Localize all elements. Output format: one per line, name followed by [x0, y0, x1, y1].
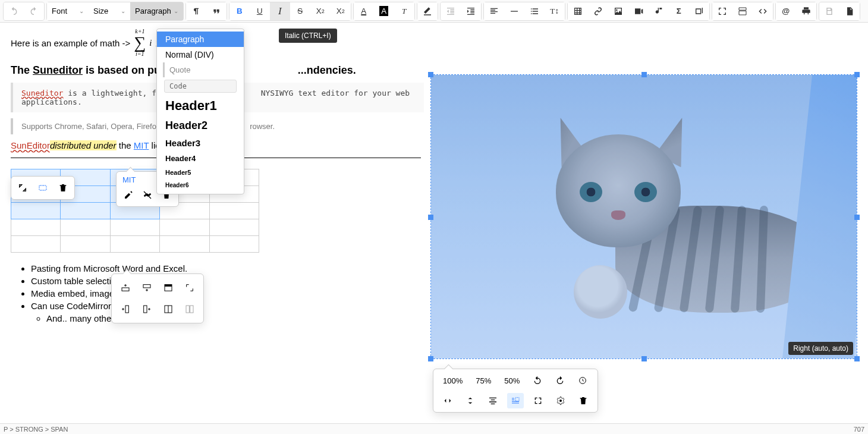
- image-edit-button[interactable]: [552, 393, 569, 408]
- code-view-button[interactable]: [753, 2, 773, 20]
- table-insert-col-left-button[interactable]: [117, 300, 134, 318]
- math-button[interactable]: Σ: [669, 2, 689, 20]
- suneditor-link[interactable]: SunEditor: [11, 140, 50, 150]
- align-right-button[interactable]: [507, 393, 524, 408]
- align-button[interactable]: [484, 2, 504, 20]
- table-insert-row-above-button[interactable]: [117, 279, 134, 297]
- status-bar: P > STRONG > SPAN 707: [0, 423, 868, 434]
- underline-button[interactable]: U: [250, 2, 270, 20]
- rotate-right-button[interactable]: [552, 373, 568, 388]
- video-button[interactable]: [628, 2, 649, 20]
- svg-rect-5: [125, 306, 128, 313]
- svg-rect-1: [122, 288, 129, 291]
- dropdown-item-quote[interactable]: Quote: [163, 62, 244, 77]
- resize-50-button[interactable]: 50%: [501, 373, 523, 388]
- dropdown-item-h3[interactable]: Header3: [157, 135, 244, 151]
- show-blocks-button[interactable]: [732, 2, 753, 20]
- dropdown-item-h5[interactable]: Header5: [157, 166, 244, 179]
- table-header-button[interactable]: [159, 279, 177, 297]
- dropdown-item-h4[interactable]: Header4: [157, 151, 244, 166]
- format-dropdown: Paragraph Normal (DIV) Quote Code Header…: [156, 29, 244, 194]
- svg-rect-6: [144, 306, 147, 313]
- remove-format-button[interactable]: [417, 2, 438, 20]
- format-select[interactable]: Paragraph⌄: [130, 2, 183, 20]
- dropdown-item-normal[interactable]: Normal (DIV): [157, 47, 244, 62]
- preview-button[interactable]: @: [776, 2, 796, 20]
- rotate-left-button[interactable]: [529, 373, 546, 388]
- link-button[interactable]: [588, 2, 608, 20]
- mirror-horizontal-button[interactable]: [439, 393, 456, 408]
- table-resize-button[interactable]: [181, 279, 199, 297]
- element-path: P > STRONG > SPAN: [4, 426, 68, 433]
- dropdown-item-code[interactable]: Code: [164, 80, 237, 93]
- table-insert-row-below-button[interactable]: [138, 279, 156, 297]
- svg-rect-9: [190, 306, 193, 313]
- indent-button[interactable]: [461, 2, 481, 20]
- resize-100-button[interactable]: 100%: [439, 373, 466, 388]
- link-controller-link[interactable]: MIT: [122, 175, 136, 184]
- link-edit-button[interactable]: [122, 189, 134, 203]
- size-select[interactable]: Size⌄: [89, 2, 130, 20]
- fullscreen-button[interactable]: [712, 2, 732, 20]
- auto-size-button[interactable]: [574, 373, 591, 388]
- outdent-button[interactable]: [441, 2, 461, 20]
- resize-handle-bm[interactable]: [641, 356, 647, 361]
- subscript-button[interactable]: X2: [310, 2, 331, 20]
- editor-toolbar: Font⌄ Size⌄ Paragraph⌄ B U I S X2 X2 A A…: [0, 0, 868, 23]
- paragraph-style-button[interactable]: [186, 2, 206, 20]
- resize-handle-tm[interactable]: [641, 72, 647, 77]
- print-button[interactable]: [796, 2, 816, 20]
- selected-image[interactable]: Right (auto, auto): [430, 74, 857, 359]
- resize-handle-br[interactable]: [854, 356, 860, 361]
- horizontal-rule-button[interactable]: [504, 2, 524, 20]
- svg-rect-8: [186, 306, 189, 313]
- align-basic-button[interactable]: [485, 393, 501, 408]
- mit-link[interactable]: MIT: [134, 140, 149, 150]
- image-delete-button[interactable]: [575, 393, 592, 408]
- resize-75-button[interactable]: 75%: [472, 373, 495, 388]
- table-controller: [111, 273, 204, 323]
- font-color-button[interactable]: A: [354, 2, 374, 20]
- line-height-button[interactable]: T↕: [545, 2, 565, 20]
- resize-handle-tr[interactable]: [854, 72, 860, 77]
- dropdown-item-h1[interactable]: Header1: [157, 95, 244, 117]
- undo-button[interactable]: [4, 2, 24, 20]
- dropdown-item-h2[interactable]: Header2: [157, 117, 244, 135]
- blockquote-button[interactable]: [206, 2, 227, 20]
- template-button[interactable]: [839, 2, 860, 20]
- select-button[interactable]: [35, 180, 51, 196]
- table-merge-button[interactable]: [181, 300, 199, 318]
- font-select[interactable]: Font⌄: [47, 2, 89, 20]
- mirror-vertical-button[interactable]: [462, 393, 479, 408]
- tooltip-italic: Italic (CTRL+I): [279, 29, 337, 43]
- mini-controller: [11, 176, 75, 200]
- svg-rect-2: [143, 285, 150, 288]
- image-info-tooltip: Right (auto, auto): [788, 342, 853, 355]
- bold-button[interactable]: B: [229, 2, 250, 20]
- resize-handle-tl[interactable]: [428, 72, 433, 77]
- table-split-button[interactable]: [159, 300, 177, 318]
- table-insert-col-right-button[interactable]: [138, 300, 156, 318]
- resize-handle-bl[interactable]: [428, 356, 433, 361]
- audio-button[interactable]: [649, 2, 669, 20]
- text-style-button[interactable]: T: [394, 2, 414, 20]
- delete-button[interactable]: [55, 180, 71, 196]
- revert-button[interactable]: [530, 393, 546, 408]
- redo-button[interactable]: [24, 2, 44, 20]
- superscript-button[interactable]: X2: [331, 2, 351, 20]
- svg-rect-11: [515, 398, 519, 401]
- resize-handle-ml[interactable]: [428, 215, 433, 220]
- image-gallery-button[interactable]: [689, 2, 709, 20]
- italic-button[interactable]: I: [270, 2, 290, 20]
- expand-button[interactable]: [15, 180, 30, 196]
- image-button[interactable]: [608, 2, 628, 20]
- highlight-color-button[interactable]: A: [374, 2, 394, 20]
- save-button[interactable]: [819, 2, 839, 20]
- dropdown-item-paragraph[interactable]: Paragraph: [157, 32, 244, 47]
- strike-button[interactable]: S: [290, 2, 310, 20]
- dropdown-item-h6[interactable]: Header6: [157, 179, 244, 191]
- resize-handle-mr[interactable]: [854, 215, 860, 220]
- list-button[interactable]: [524, 2, 545, 20]
- table-button[interactable]: [568, 2, 588, 20]
- link-unlink-button[interactable]: [141, 189, 153, 203]
